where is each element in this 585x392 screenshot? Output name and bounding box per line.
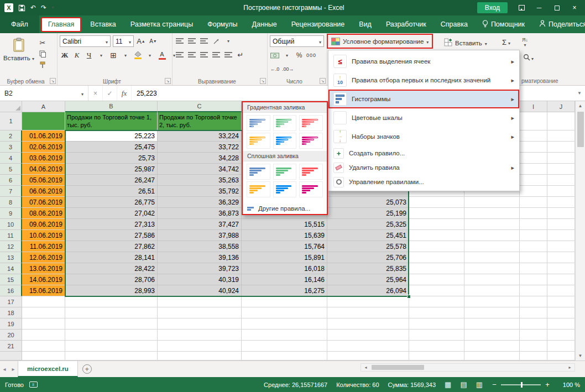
tab-dannye[interactable]: Данные	[245, 15, 284, 33]
grid-cell[interactable]	[158, 330, 242, 341]
redo-icon[interactable]: ↷	[41, 4, 46, 11]
grid-cell[interactable]: 15,515	[242, 219, 327, 230]
font-color-icon[interactable]: А	[157, 50, 167, 61]
fill-handle[interactable]	[407, 295, 411, 299]
underline-button[interactable]: Ч	[84, 50, 94, 61]
row-header[interactable]: 16	[0, 285, 22, 296]
insert-function-icon[interactable]: fx	[117, 86, 132, 101]
number-format-select[interactable]: Общий	[270, 35, 324, 47]
grid-cell[interactable]: 10.06.2019	[22, 230, 65, 241]
number-dialog-launcher-icon[interactable]: ↘	[320, 78, 326, 84]
grid-cell[interactable]: 25,073	[327, 197, 409, 208]
wrap-text-icon[interactable]: ↵	[236, 49, 246, 60]
tab-retsenzirovanie[interactable]: Рецензирование	[284, 15, 352, 33]
grid-cell[interactable]	[327, 307, 409, 318]
scroll-down-icon[interactable]: ▼	[578, 351, 583, 360]
select-all-button[interactable]	[0, 101, 22, 112]
grid-cell[interactable]: 25,451	[327, 230, 409, 241]
row-header[interactable]: 15	[0, 274, 22, 285]
align-center-icon[interactable]	[187, 49, 197, 60]
grow-font-icon[interactable]: А▲	[136, 36, 146, 47]
data-bar-style-gradient[interactable]	[299, 133, 323, 149]
grid-cell[interactable]	[520, 241, 547, 252]
menu-item-manage-rules[interactable]: Управление правилами...	[328, 175, 519, 189]
sheet-nav-left-icon[interactable]: ◂	[0, 361, 9, 377]
borders-icon[interactable]: ⊞	[108, 50, 118, 61]
grid-cell[interactable]: 25,706	[327, 252, 409, 263]
grid-cell[interactable]	[547, 296, 575, 307]
grid-cell[interactable]: 12.06.2019	[22, 252, 65, 263]
grid-cell[interactable]	[242, 296, 327, 307]
horizontal-scrollbar[interactable]: ◂ ▸	[361, 363, 575, 372]
grid-cell[interactable]	[520, 296, 547, 307]
font-dialog-launcher-icon[interactable]: ↘	[165, 78, 171, 84]
grid-cell[interactable]: 33,224	[158, 130, 242, 142]
grid-cell[interactable]	[520, 164, 547, 175]
menu-item-clear-rules[interactable]: Удалить правила	[328, 160, 519, 175]
grid-cell[interactable]	[520, 330, 547, 341]
grid-cell[interactable]	[464, 285, 520, 296]
percent-style-icon[interactable]: %	[294, 50, 304, 61]
row-header[interactable]: 4	[0, 153, 22, 164]
row-header[interactable]: 6	[0, 175, 22, 186]
grid-cell[interactable]: 16,018	[242, 263, 327, 274]
grid-cell[interactable]	[409, 318, 464, 330]
grid-cell[interactable]: 34,228	[158, 153, 242, 164]
active-cell[interactable]: 25,223	[65, 130, 158, 142]
grid-cell[interactable]	[409, 230, 464, 241]
grid-cell[interactable]: 11.06.2019	[22, 241, 65, 252]
page-break-view-icon[interactable]: ▥	[476, 381, 483, 388]
grid-cell[interactable]: 25,199	[327, 208, 409, 219]
grid-cell[interactable]	[547, 112, 575, 130]
sheet-tab[interactable]: microexcel.ru	[18, 361, 78, 377]
format-painter-icon[interactable]	[38, 61, 48, 69]
grid-cell[interactable]	[520, 230, 547, 241]
column-header-c[interactable]: C	[158, 101, 242, 112]
row-header[interactable]: 8	[0, 197, 22, 208]
grid-cell[interactable]	[520, 142, 547, 153]
fill-color-icon[interactable]	[133, 50, 143, 61]
grid-cell[interactable]	[464, 330, 520, 341]
grid-cell[interactable]: 28,993	[65, 285, 158, 296]
row-header[interactable]: 11	[0, 230, 22, 241]
grid-cell[interactable]	[520, 175, 547, 186]
data-bar-style-solid[interactable]	[273, 164, 297, 180]
sheet-nav-right-icon[interactable]: ▸	[9, 361, 18, 377]
data-bar-style-gradient[interactable]	[273, 115, 297, 131]
file-tab[interactable]: Файл	[0, 15, 39, 33]
tab-razrabotchik[interactable]: Разработчик	[379, 15, 433, 33]
row-header[interactable]: 19	[0, 318, 22, 330]
grid-cell[interactable]	[464, 274, 520, 285]
grid-cell[interactable]	[464, 208, 520, 219]
row-header[interactable]: 17	[0, 296, 22, 307]
row-header[interactable]	[0, 352, 22, 360]
grid-cell[interactable]	[547, 341, 575, 352]
grid-cell[interactable]: 15,639	[242, 230, 327, 241]
row-header[interactable]: 13	[0, 252, 22, 263]
grid-cell[interactable]	[409, 219, 464, 230]
align-top-icon[interactable]	[175, 35, 185, 46]
grid-cell[interactable]	[520, 153, 547, 164]
accounting-format-icon[interactable]	[270, 50, 280, 61]
row-header[interactable]: 9	[0, 208, 22, 219]
shrink-font-icon[interactable]: А▼	[148, 36, 158, 47]
italic-button[interactable]: К	[72, 50, 82, 61]
grid-cell[interactable]: 25,73	[65, 153, 158, 164]
row-header[interactable]: 5	[0, 164, 22, 175]
minimize-button[interactable]: ─	[531, 1, 547, 15]
accounting-dropdown-icon[interactable]	[282, 50, 292, 61]
grid-cell[interactable]: 28,422	[65, 263, 158, 274]
grid-cell[interactable]	[547, 164, 575, 175]
grid-cell[interactable]	[520, 285, 547, 296]
grid-cell[interactable]	[547, 186, 575, 197]
menu-item-histograms[interactable]: Гистограммы	[328, 90, 519, 108]
grid-cell[interactable]	[242, 318, 327, 330]
grid-cell[interactable]	[65, 307, 158, 318]
grid-cell[interactable]	[242, 352, 327, 360]
grid-cell[interactable]	[464, 352, 520, 360]
insert-cells-button[interactable]: Вставить	[444, 38, 487, 48]
grid-cell[interactable]: 25,578	[327, 241, 409, 252]
grid-cell[interactable]	[409, 307, 464, 318]
grid-cell[interactable]: 40,319	[158, 274, 242, 285]
borders-dropdown-icon[interactable]	[121, 50, 130, 61]
